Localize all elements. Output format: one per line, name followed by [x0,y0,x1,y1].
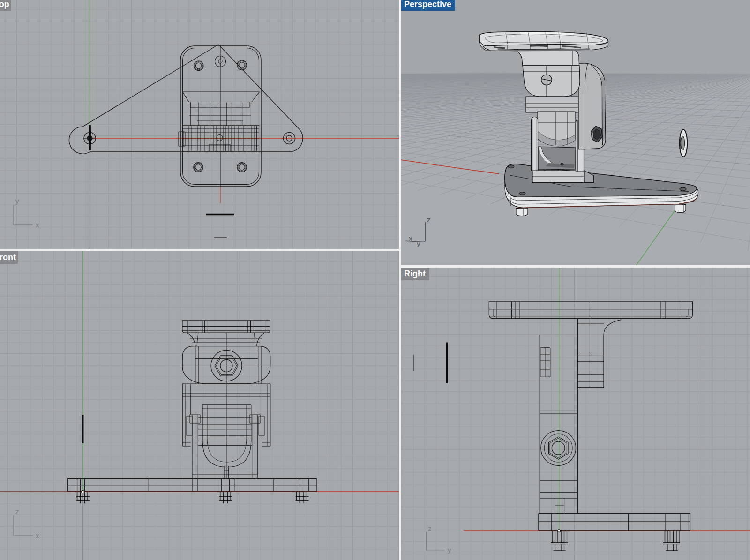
svg-text:z: z [428,524,432,532]
svg-text:y: y [448,546,451,554]
svg-text:z: z [15,508,19,515]
svg-text:x: x [36,531,39,539]
svg-text:z: z [427,216,431,224]
svg-text:x: x [409,234,412,242]
svg-text:y: y [15,197,19,205]
svg-text:y: y [417,239,420,247]
svg-text:x: x [36,221,39,229]
